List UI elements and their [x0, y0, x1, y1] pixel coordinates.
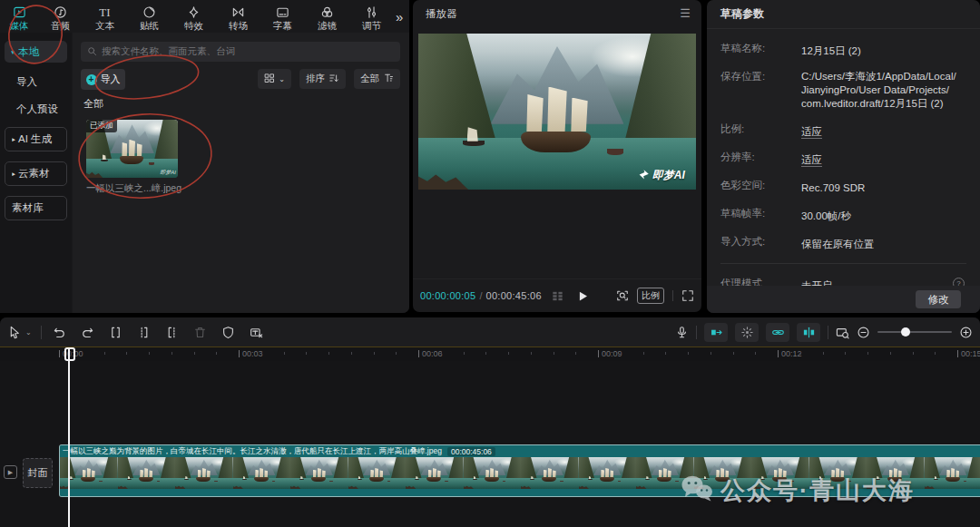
sidebar-item-4[interactable]: ▸云素材 [5, 161, 67, 186]
sidebar-item-5[interactable]: 素材库 [5, 196, 67, 220]
import-button-label: 导入 [101, 73, 121, 86]
caption-icon [276, 5, 289, 19]
tab-adjust[interactable]: 调节 [349, 3, 394, 31]
playhead[interactable] [64, 347, 73, 527]
main-track-magnet-toggle[interactable] [704, 323, 728, 342]
text-clear-icon[interactable] [250, 326, 263, 339]
redo-icon[interactable] [81, 326, 94, 339]
tab-filter[interactable]: 滤镜 [305, 3, 349, 31]
draft-params-panel: 草稿参数 草稿名称:12月15日 (2)保存位置:C:/Users/李海波1/A… [707, 0, 980, 313]
filmstrip-frame [925, 457, 980, 489]
track-type-icon: ▶ [4, 465, 17, 479]
timeline-clip[interactable]: 一幅以三峡之巅为背景的图片，白帝城在长江中间。长江之水清澈，唐代船只在长江上渡江… [59, 444, 980, 497]
fullscreen-icon[interactable] [681, 289, 694, 302]
transition-icon [231, 5, 245, 19]
ratio-button[interactable]: 比例 [637, 288, 664, 304]
view-mode-button[interactable]: ⌄ [258, 69, 291, 89]
record-audio-icon[interactable] [675, 326, 689, 339]
link-toggle[interactable] [766, 323, 789, 342]
divider [41, 326, 42, 339]
tab-caption[interactable]: 字幕 [260, 3, 305, 31]
sort-icon [328, 73, 339, 85]
sidebar-item-1[interactable]: 导入 [16, 73, 72, 90]
filmstrip-frame [464, 457, 522, 489]
draft-row-5: 草稿帧率:30.00帧/秒 [720, 207, 966, 223]
modify-button[interactable]: 修改 [916, 290, 961, 308]
search-placeholder: 搜索文件名称、画面元素、台词 [102, 45, 235, 58]
draft-row-1: 保存位置:C:/Users/李海波1/AppData/Local/Jianyin… [720, 70, 966, 111]
zoom-slider-handle[interactable] [901, 327, 910, 337]
filmstrip-frame [290, 457, 348, 489]
sort-button[interactable]: 排序 [299, 69, 346, 89]
divider [696, 326, 697, 339]
timeline-toolbar: ⌄ [0, 317, 980, 346]
audio-icon [54, 5, 67, 19]
frame-preview-icon[interactable] [551, 289, 564, 303]
player-menu-icon[interactable]: ☰ [680, 6, 691, 20]
draft-row-2: 比例:适应 [720, 122, 966, 139]
sort-button-label: 排序 [306, 73, 325, 85]
chevron-down-icon: ⌄ [279, 75, 285, 83]
select-tool-chevron-icon[interactable]: ⌄ [25, 328, 32, 337]
video-preview[interactable]: 即梦AI [418, 34, 696, 190]
tab-sticker[interactable]: 贴纸 [127, 3, 172, 31]
media-icon [13, 5, 26, 19]
media-panel: 媒体音频TI文本贴纸特效转场字幕滤镜调节» ▾本地导入个人预设▸AI 生成▸云素… [0, 0, 409, 313]
media-sidebar: ▾本地导入个人预设▸AI 生成▸云素材素材库 [0, 33, 72, 313]
media-item-thumbnail[interactable]: 已添加 即梦AI [86, 120, 178, 178]
tab-text[interactable]: TI文本 [83, 3, 127, 31]
text-icon: TI [99, 5, 110, 19]
mask-icon[interactable] [221, 326, 235, 339]
divider [672, 290, 673, 301]
ai-watermark: 即梦AI [638, 168, 685, 183]
clip-filmstrip [60, 457, 980, 489]
top-tabs-row: 媒体音频TI文本贴纸特效转场字幕滤镜调节» [0, 0, 409, 33]
current-timecode: 00:00:00:05 [420, 290, 475, 301]
filmstrip-frame [175, 457, 233, 489]
timeline-zoom-setting-icon[interactable] [836, 326, 849, 339]
tab-transition[interactable]: 转场 [216, 3, 260, 31]
split-left-icon[interactable] [137, 326, 151, 339]
split-icon[interactable] [109, 326, 122, 339]
divider [828, 326, 828, 339]
sidebar-item-0[interactable]: ▾本地 [5, 41, 67, 63]
tab-media[interactable]: 媒体 [0, 3, 38, 31]
caret-icon: ▾ [11, 48, 15, 55]
timeline-ruler[interactable]: 00:0000:0300:0600:0900:1200:15 [0, 346, 980, 361]
sidebar-item-3[interactable]: ▸AI 生成 [5, 127, 67, 151]
filmstrip-frame [867, 457, 925, 489]
draft-footer: 修改 [707, 286, 980, 313]
tab-audio[interactable]: 音频 [38, 3, 83, 31]
draft-row-0: 草稿名称:12月15日 (2) [720, 42, 966, 58]
filmstrip-frame [751, 457, 809, 489]
jianying-editor-window: 媒体音频TI文本贴纸特效转场字幕滤镜调节» ▾本地导入个人预设▸AI 生成▸云素… [0, 0, 980, 527]
cover-button[interactable]: 封面 [23, 458, 53, 488]
preview-axis-toggle[interactable] [797, 323, 820, 342]
adjust-icon [365, 5, 378, 19]
draft-row-6: 导入方式:保留在原有位置 [720, 235, 966, 251]
select-tool-icon[interactable] [8, 326, 22, 339]
sidebar-item-2[interactable]: 个人预设 [16, 101, 72, 117]
focus-preview-icon[interactable] [616, 289, 629, 302]
timeline-zoom-slider[interactable] [877, 327, 952, 337]
zoom-out-icon[interactable] [857, 326, 870, 339]
import-button[interactable]: + 导入 [81, 69, 125, 90]
split-right-icon[interactable] [165, 326, 179, 339]
total-duration: 00:00:45:06 [485, 290, 541, 301]
draft-rows: 草稿名称:12月15日 (2)保存位置:C:/Users/李海波1/AppDat… [707, 28, 980, 313]
tab-effect[interactable]: 特效 [172, 3, 216, 31]
auto-snap-toggle[interactable] [735, 323, 759, 342]
zoom-in-icon[interactable] [959, 326, 973, 339]
media-item-filename: 一幅以三峡之...嶂.jpeg [86, 182, 186, 195]
undo-icon[interactable] [53, 326, 66, 339]
play-button[interactable] [577, 290, 589, 302]
filter-icon [320, 5, 334, 19]
more-tabs-icon[interactable]: » [396, 9, 403, 24]
filter-button[interactable]: 全部 [354, 69, 400, 89]
section-label-all: 全部 [83, 97, 103, 111]
effect-icon [187, 5, 201, 19]
filmstrip-frame [348, 457, 407, 489]
plus-icon: + [86, 74, 97, 85]
caret-icon: ▸ [12, 135, 15, 142]
search-input[interactable]: 搜索文件名称、画面元素、台词 [81, 42, 400, 62]
